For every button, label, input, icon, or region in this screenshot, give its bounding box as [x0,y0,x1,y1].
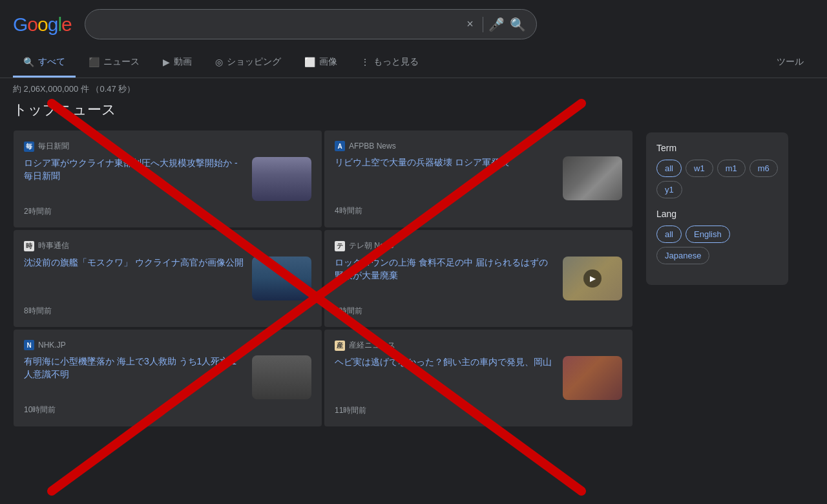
tab-all[interactable]: 🔍 すべて [13,48,76,78]
term-pill-y1[interactable]: y1 [656,181,682,198]
shopping-tab-icon: ◎ [215,57,223,67]
term-label: Term [656,143,778,153]
search-input[interactable]: ニュース [96,17,457,31]
lang-pill-english[interactable]: English [686,226,730,243]
source-name-4: テレ朝 News [349,240,393,251]
clear-button[interactable]: × [463,16,477,32]
news-time-2: 4時間前 [335,205,622,216]
news-text-4: ロックダウンの上海 食料不足の中 届けられるはずの野菜が大量廃棄 [335,257,556,287]
google-logo: Google [13,14,72,36]
source-name-1: 毎日新聞 [38,141,69,152]
term-pill-m6[interactable]: m6 [749,160,778,177]
tab-tools[interactable]: ツール [766,48,814,78]
search-tab-icon: 🔍 [23,57,34,67]
source-icon-1: 毎 [24,142,34,152]
lang-pill-group: all English Japanese [656,226,778,264]
news-source-6: 産 産経ニュース [335,340,622,351]
sidebar-panel: Term all w1 m1 m6 y1 Lang all English Ja… [646,132,788,285]
term-pill-group: all w1 m1 m6 y1 [656,160,778,198]
lang-pill-japanese[interactable]: Japanese [656,247,709,264]
result-count: 約 2,06X,000,000 件 （0.47 秒） [0,78,827,100]
news-title-3: 沈没前の旗艦「モスクワ」 ウクライナ高官が画像公開 [24,257,246,269]
news-source-4: テ テレ朝 News [335,240,622,251]
source-icon-5: N [24,340,34,350]
news-thumb-3 [252,257,311,300]
section-title: トップニュース [13,100,633,120]
video-tab-icon: ▶ [163,57,170,67]
source-icon-4: テ [335,241,345,251]
news-title-2: リビウ上空で大量の兵器破壊 ロシア軍発表 [335,156,556,169]
news-card-inner-3: 沈没前の旗艦「モスクワ」 ウクライナ高官が画像公開 [24,257,311,300]
source-name-5: NHK.JP [38,341,66,350]
play-button-4[interactable]: ▶ [583,269,602,288]
term-pill-w1[interactable]: w1 [686,160,713,177]
news-text-1: ロシア軍がウクライナ東部制圧へ大規模攻撃開始か - 毎日新聞 [24,157,246,187]
nav-tabs: 🔍 すべて ⬛ ニュース ▶ 動画 ◎ ショッピング ⬜ 画像 ⋮ もっと見る … [0,48,827,78]
news-title-5: 有明海に小型機墜落か 海上で3人救助 うち1人死亡 1人意識不明 [24,355,246,381]
news-card-inner-1: ロシア軍がウクライナ東部制圧へ大規模攻撃開始か - 毎日新聞 [24,157,311,201]
news-time-1: 2時間前 [24,206,311,217]
tab-more-label: もっと見る [373,56,419,68]
tab-news-label: ニュース [103,56,140,68]
source-icon-2: A [335,141,345,151]
term-pill-all[interactable]: all [656,160,682,177]
tab-video-label: 動画 [174,56,192,68]
divider [483,17,483,32]
term-section: Term all w1 m1 m6 y1 [656,143,778,198]
tab-all-label: すべて [38,56,65,68]
tab-shopping[interactable]: ◎ ショッピング [205,48,291,78]
news-time-6: 11時間前 [335,405,622,416]
tab-news[interactable]: ⬛ ニュース [78,48,150,78]
header: Google ニュース × 🎤 🔍 [0,0,827,48]
news-text-3: 沈没前の旗艦「モスクワ」 ウクライナ高官が画像公開 [24,257,246,275]
source-name-6: 産経ニュース [349,340,395,351]
news-thumb-1 [252,157,311,201]
news-tab-icon: ⬛ [89,57,99,67]
news-title-1: ロシア軍がウクライナ東部制圧へ大規模攻撃開始か - 毎日新聞 [24,157,246,182]
news-title-4: ロックダウンの上海 食料不足の中 届けられるはずの野菜が大量廃棄 [335,257,556,282]
search-bar: ニュース × 🎤 🔍 [85,9,537,39]
lang-section: Lang all English Japanese [656,209,778,264]
news-source-5: N NHK.JP [24,340,311,350]
tab-more[interactable]: ⋮ もっと見る [350,48,429,78]
images-tab-icon: ⬜ [304,57,315,67]
tab-tools-label: ツール [777,56,804,68]
news-time-4: 9時間前 [335,306,622,317]
news-card-inner-5: 有明海に小型機墜落か 海上で3人救助 うち1人死亡 1人意識不明 [24,355,311,399]
news-section: トップニュース 毎 毎日新聞 ロシア軍がウクライナ東部制圧へ大規模攻撃開始か -… [13,100,633,427]
news-card-2[interactable]: A AFPBB News リビウ上空で大量の兵器破壊 ロシア軍発表 4時間前 [324,131,633,227]
news-card-inner-2: リビウ上空で大量の兵器破壊 ロシア軍発表 [335,156,622,200]
news-source-1: 毎 毎日新聞 [24,141,311,152]
news-source-3: 時 時事通信 [24,240,311,251]
news-card-inner-6: ヘビ実は逃げてなかった？飼い主の車内で発見、岡山 [335,356,622,400]
tab-video[interactable]: ▶ 動画 [152,48,202,78]
source-name-3: 時事通信 [38,240,69,251]
news-card-3[interactable]: 時 時事通信 沈没前の旗艦「モスクワ」 ウクライナ高官が画像公開 8時間前 [14,230,322,327]
more-tab-icon: ⋮ [361,57,370,67]
news-source-2: A AFPBB News [335,141,622,151]
term-pill-m1[interactable]: m1 [717,160,746,177]
search-icon[interactable]: 🔍 [510,17,526,32]
news-thumb-2 [563,156,622,200]
news-thumb-5 [252,355,311,399]
news-card-5[interactable]: N NHK.JP 有明海に小型機墜落か 海上で3人救助 うち1人死亡 1人意識不… [14,330,322,426]
news-card-4[interactable]: テ テレ朝 News ロックダウンの上海 食料不足の中 届けられるはずの野菜が大… [324,230,633,327]
mic-icon[interactable]: 🎤 [488,17,505,32]
source-icon-6: 産 [335,341,345,351]
tab-images[interactable]: ⬜ 画像 [294,48,348,78]
news-thumb-6 [563,356,622,400]
lang-pill-all[interactable]: all [656,226,682,243]
news-card-inner-4: ロックダウンの上海 食料不足の中 届けられるはずの野菜が大量廃棄 ▶ [335,257,622,300]
news-card-1[interactable]: 毎 毎日新聞 ロシア軍がウクライナ東部制圧へ大規模攻撃開始か - 毎日新聞 2時… [14,131,322,227]
lang-label: Lang [656,209,778,219]
news-text-6: ヘビ実は逃げてなかった？飼い主の車内で発見、岡山 [335,356,556,374]
source-icon-3: 時 [24,241,34,251]
tab-shopping-label: ショッピング [227,56,281,68]
news-card-6[interactable]: 産 産経ニュース ヘビ実は逃げてなかった？飼い主の車内で発見、岡山 11時間前 [324,330,633,426]
news-text-5: 有明海に小型機墜落か 海上で3人救助 うち1人死亡 1人意識不明 [24,355,246,386]
news-text-2: リビウ上空で大量の兵器破壊 ロシア軍発表 [335,156,556,174]
main-content: トップニュース 毎 毎日新聞 ロシア軍がウクライナ東部制圧へ大規模攻撃開始か -… [0,100,827,427]
news-thumb-4: ▶ [563,257,622,300]
tab-images-label: 画像 [319,56,337,68]
news-title-6: ヘビ実は逃げてなかった？飼い主の車内で発見、岡山 [335,356,556,369]
